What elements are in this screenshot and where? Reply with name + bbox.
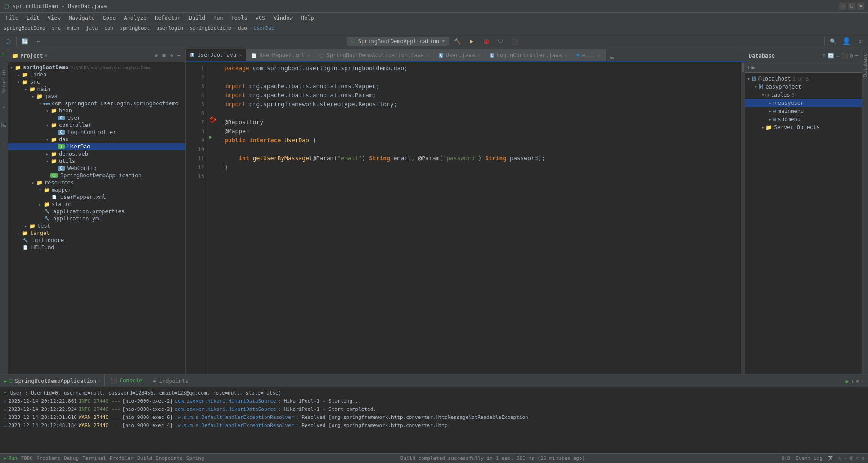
activity-favorites[interactable]: ♡: [1, 141, 6, 146]
menu-code[interactable]: Code: [99, 14, 120, 22]
db-refresh-button[interactable]: 🔄: [828, 53, 834, 59]
breadcrumb-src[interactable]: src: [52, 25, 61, 31]
tab-userdao[interactable]: I UserDao.java ✕: [186, 49, 247, 61]
breadcrumb-dao[interactable]: dao: [238, 25, 247, 31]
status-problems-button[interactable]: Problems: [36, 455, 60, 461]
tree-idea[interactable]: ▸ 📁 .idea: [8, 71, 185, 78]
tree-root[interactable]: ▾ 📁 springBootDemo D:\NCB\ncb\Java\sprin…: [8, 64, 185, 71]
tree-springbootapp[interactable]: ▸ ⬡ SpringBootDemoApplication: [8, 172, 185, 179]
run-config-selector[interactable]: ⬡ SpringBootDemoApplication ▼: [347, 37, 450, 46]
run-tab-endpoints[interactable]: ⊕ Endpoints: [148, 375, 193, 387]
run-restart-button[interactable]: ▶: [846, 378, 849, 385]
search-everywhere-button[interactable]: 🔍: [827, 35, 839, 48]
menu-window[interactable]: Window: [270, 14, 296, 22]
tree-src[interactable]: ▾ 📁 src: [8, 78, 185, 85]
status-input-method[interactable]: 英: [828, 455, 833, 462]
db-tables[interactable]: ▾ ⊞ tables 3: [745, 91, 862, 99]
db-settings-button[interactable]: ⚙: [850, 53, 853, 59]
status-endpoints-button[interactable]: Endpoints: [156, 455, 183, 461]
tree-bean[interactable]: ▾ 📁 bean: [8, 107, 185, 114]
project-dropdown-icon[interactable]: ▼: [45, 53, 48, 58]
db-stop-button[interactable]: ⬛: [841, 53, 848, 59]
run-button[interactable]: ▶: [465, 35, 478, 48]
menu-build[interactable]: Build: [185, 14, 209, 22]
gutter-implement-icon[interactable]: ▶: [209, 134, 212, 140]
view-options-button[interactable]: ⚙: [169, 52, 175, 59]
tree-utils[interactable]: ▾ 📁 utils: [8, 157, 185, 165]
hide-panel-button[interactable]: ─: [176, 52, 182, 59]
breadcrumb-main[interactable]: main: [67, 25, 80, 31]
tree-app-yml[interactable]: ▸ 🔧 application.yml: [8, 215, 185, 222]
tab-logincontroller[interactable]: C LoginController.java ✕: [486, 49, 572, 61]
breadcrumb-userlogin[interactable]: userlogin: [156, 25, 183, 31]
status-spring-button[interactable]: Spring: [186, 455, 204, 461]
menu-refactor[interactable]: Refactor: [151, 14, 184, 22]
db-submenu[interactable]: ▸ ⊞ submenu: [745, 115, 862, 123]
coverage-button[interactable]: 🛡: [494, 35, 507, 48]
tree-static[interactable]: ▸ 📁 static: [8, 201, 185, 208]
breadcrumb-com[interactable]: com: [104, 25, 113, 31]
tree-mapper[interactable]: ▾ 📁 mapper: [8, 186, 185, 193]
tree-test[interactable]: ▸ 📁 test: [8, 222, 185, 229]
tree-package[interactable]: ▾ ●●● com.springboot.userlogin.springboo…: [8, 100, 185, 107]
menu-analyze[interactable]: Analyze: [120, 14, 150, 22]
tab-close-springbootapp[interactable]: ✕: [427, 53, 429, 58]
menu-view[interactable]: View: [44, 14, 64, 22]
minimize-button[interactable]: ─: [839, 3, 846, 10]
db-edit-button[interactable]: ✏: [836, 53, 839, 59]
close-button[interactable]: ✕: [857, 3, 864, 10]
tree-logincontroller[interactable]: ▸ C LoginController: [8, 129, 185, 136]
tab-close-logincontroller[interactable]: ✕: [565, 53, 567, 58]
breadcrumb-springboot[interactable]: springboot: [120, 25, 150, 31]
status-profiler-button[interactable]: Profiler: [110, 455, 134, 461]
tab-close-db[interactable]: ✕: [598, 53, 601, 58]
tab-close-usermapper[interactable]: ✕: [307, 53, 310, 58]
collapse-all-button[interactable]: ≡: [161, 52, 167, 59]
activity-project[interactable]: P: [1, 53, 6, 56]
activity-structure[interactable]: Structure: [1, 68, 6, 93]
menu-file[interactable]: File: [2, 14, 22, 22]
db-easyproject[interactable]: ▾ 🗄 easyproject: [745, 83, 862, 91]
db-mainmenu[interactable]: ▸ ⊞ mainmenu: [745, 107, 862, 115]
tab-close-user[interactable]: ✕: [478, 53, 481, 58]
tree-demos-web[interactable]: ▸ 📁 demos.web: [8, 150, 185, 157]
tab-user[interactable]: C User.java ✕: [434, 49, 485, 61]
nav-back-button[interactable]: ←: [32, 35, 45, 48]
menu-navigate[interactable]: Navigate: [65, 14, 99, 22]
menu-vcs[interactable]: VCS: [252, 14, 269, 22]
locate-file-button[interactable]: ⊕: [154, 52, 160, 59]
tree-gitignore[interactable]: ▸ 🔧 .gitignore: [8, 237, 185, 244]
status-terminal-button[interactable]: Terminal: [82, 455, 106, 461]
gutter-bean-icon[interactable]: 🫘: [209, 116, 217, 123]
tree-java[interactable]: ▾ 📁 java: [8, 93, 185, 100]
db-localhost[interactable]: ▾ 🖥 @localhost 1 of 5: [745, 75, 862, 83]
debug-button[interactable]: 🐞: [480, 35, 492, 48]
run-tab-console[interactable]: ⬛ Console: [105, 375, 148, 387]
breadcrumb-springbootdemo[interactable]: springbootdemo: [190, 25, 232, 31]
status-todo-button[interactable]: TODO: [21, 455, 33, 461]
build-button[interactable]: 🔨: [451, 35, 463, 48]
db-add-button[interactable]: +: [747, 64, 750, 71]
menu-tools[interactable]: Tools: [228, 14, 251, 22]
tab-springbootapp[interactable]: ⬡ SpringBootDemoApplication.java ✕: [315, 49, 434, 61]
db-easyuser[interactable]: ▸ ⊞ easyuser: [745, 99, 862, 107]
run-scroll-button[interactable]: ↓: [851, 378, 854, 384]
menu-help[interactable]: Help: [297, 14, 318, 22]
tree-target[interactable]: ▸ 📁 target: [8, 229, 185, 237]
tree-help[interactable]: ▸ 📄 HELP.md: [8, 244, 185, 251]
sync-button[interactable]: 🔄: [18, 35, 31, 48]
db-filter-button[interactable]: ≡: [751, 64, 754, 71]
tree-dao[interactable]: ▾ 📁 dao: [8, 136, 185, 143]
tab-more-button[interactable]: ≫: [606, 55, 619, 61]
activity-bookmarks[interactable]: ★: [1, 105, 6, 110]
status-event-log[interactable]: Event Log: [796, 455, 823, 461]
status-run-button[interactable]: ▶ Run: [4, 455, 18, 461]
tree-user[interactable]: ▸ C User: [8, 114, 185, 121]
db-hide-button[interactable]: ─: [855, 53, 858, 59]
tree-userdao[interactable]: ▸ I UserDao: [8, 143, 185, 150]
db-server-objects[interactable]: ▸ 📁 Server Objects: [745, 123, 862, 131]
menu-run[interactable]: Run: [210, 14, 227, 22]
breadcrumb-java[interactable]: java: [86, 25, 98, 31]
user-avatar[interactable]: 👤: [840, 35, 853, 48]
run-hide-button[interactable]: ─: [861, 378, 864, 384]
